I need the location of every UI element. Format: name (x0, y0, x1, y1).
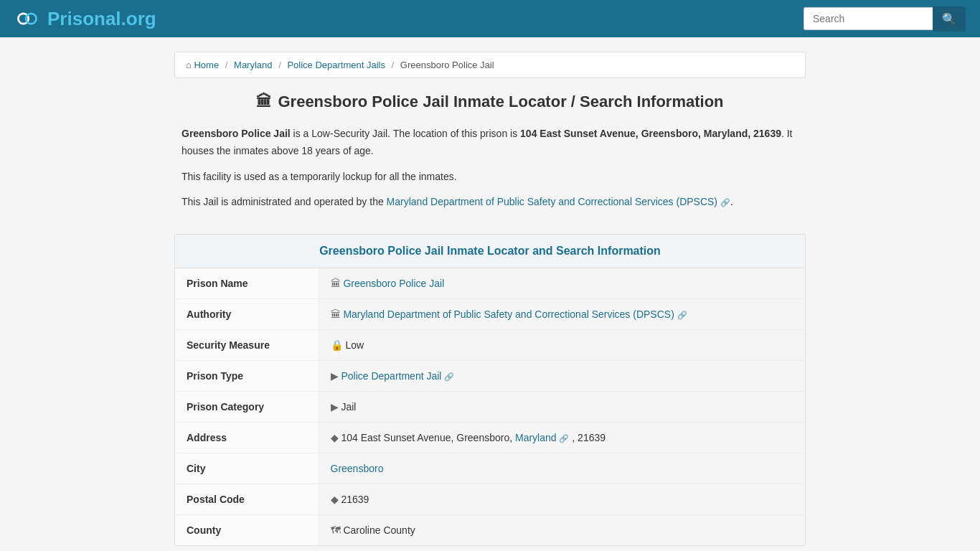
table-row: Prison Type ▶ Police Department Jail 🔗 (175, 361, 805, 392)
table-label: City (175, 453, 319, 484)
table-value: 🔒 Low (319, 330, 805, 361)
svg-point-1 (26, 14, 36, 24)
table-value: ▶ Police Department Jail 🔗 (319, 361, 805, 392)
maryland-link[interactable]: Maryland (515, 432, 557, 443)
external-link-icon: 🔗 (677, 311, 687, 319)
table-label: County (175, 515, 319, 546)
breadcrumb-maryland[interactable]: Maryland (234, 60, 272, 70)
table-row: City Greensboro (175, 453, 805, 484)
breadcrumb-home[interactable]: Home (194, 60, 219, 70)
search-input[interactable] (804, 7, 933, 30)
jail-name-bold: Greensboro Police Jail (182, 128, 291, 139)
table-label: Prison Category (175, 392, 319, 423)
building-icon: 🏛 (331, 278, 341, 289)
description-paragraph-1: Greensboro Police Jail is a Low-Security… (182, 126, 798, 160)
search-icon: 🔍 (942, 13, 956, 25)
authority-link[interactable]: Maryland Department of Public Safety and… (343, 309, 674, 320)
prison-icon: 🏛 (256, 93, 272, 111)
external-link-icon3: 🔗 (559, 434, 569, 443)
info-section: Greensboro Police Jail Inmate Locator an… (174, 234, 806, 546)
breadcrumb-police-jails[interactable]: Police Department Jails (287, 60, 385, 70)
breadcrumb-current: Greensboro Police Jail (400, 60, 494, 70)
table-label: Postal Code (175, 484, 319, 515)
map-icon: 🗺 (331, 524, 341, 536)
table-row: Authority 🏛 Maryland Department of Publi… (175, 299, 805, 330)
description-paragraph-3: This Jail is administrated and operated … (182, 194, 798, 211)
table-label: Authority (175, 299, 319, 330)
table-label: Prison Type (175, 361, 319, 392)
prison-name-link[interactable]: Greensboro Police Jail (343, 278, 444, 289)
table-row: Prison Name 🏛 Greensboro Police Jail (175, 268, 805, 299)
pin-icon: ◆ (331, 432, 339, 443)
table-label: Security Measure (175, 330, 319, 361)
dpscs-link[interactable]: Maryland Department of Public Safety and… (387, 196, 730, 207)
table-row: Security Measure 🔒 Low (175, 330, 805, 361)
table-row: Prison Category ▶ Jail (175, 392, 805, 423)
logo-icon (14, 6, 40, 32)
table-value: Greensboro (319, 453, 805, 484)
table-row: Postal Code ◆ 21639 (175, 484, 805, 515)
prison-type-link[interactable]: Police Department Jail (341, 370, 441, 382)
info-section-header: Greensboro Police Jail Inmate Locator an… (175, 235, 805, 268)
breadcrumb: ⌂ Home / Maryland / Police Department Ja… (174, 52, 806, 78)
table-value: ◆ 21639 (319, 484, 805, 515)
table-value: 🏛 Maryland Department of Public Safety a… (319, 299, 805, 330)
table-value: 🗺 Caroline County (319, 515, 805, 546)
site-header: Prisonal.org 🔍 (0, 0, 980, 37)
search-button[interactable]: 🔍 (933, 6, 966, 32)
description-paragraph-2: This facility is used as a temporarily l… (182, 169, 798, 186)
lock-icon: 🔒 (331, 339, 343, 351)
city-link[interactable]: Greensboro (331, 463, 384, 474)
table-label: Prison Name (175, 268, 319, 299)
logo-text: Prisonal.org (47, 8, 156, 30)
logo[interactable]: Prisonal.org (14, 6, 156, 32)
pin-icon2: ◆ (331, 494, 339, 505)
arrow-icon2: ▶ (331, 401, 339, 413)
home-icon: ⌂ (186, 60, 192, 70)
address-bold: 104 East Sunset Avenue, Greensboro, Mary… (520, 128, 781, 139)
table-label: Address (175, 423, 319, 453)
arrow-icon: ▶ (331, 370, 339, 382)
institution-icon: 🏛 (331, 309, 341, 320)
table-row: Address ◆ 104 East Sunset Avenue, Greens… (175, 423, 805, 453)
table-value: ◆ 104 East Sunset Avenue, Greensboro, Ma… (319, 423, 805, 453)
page-title: 🏛 Greensboro Police Jail Inmate Locator … (174, 93, 806, 111)
info-table: Prison Name 🏛 Greensboro Police Jail Aut… (175, 268, 805, 545)
table-value: ▶ Jail (319, 392, 805, 423)
search-area: 🔍 (804, 6, 966, 32)
external-link-icon2: 🔗 (444, 372, 454, 381)
table-value: 🏛 Greensboro Police Jail (319, 268, 805, 299)
description-section: Greensboro Police Jail is a Low-Security… (174, 126, 806, 234)
table-row: County 🗺 Caroline County (175, 515, 805, 546)
